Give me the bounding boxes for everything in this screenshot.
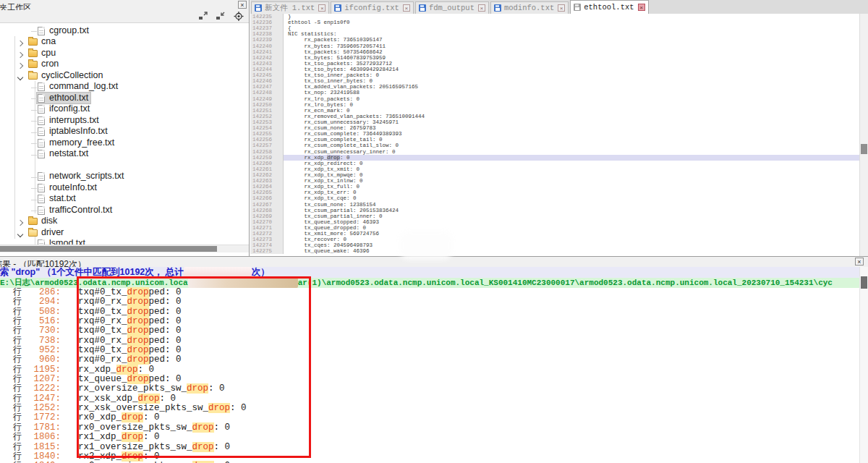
results-vertical-scrollbar[interactable] bbox=[859, 267, 868, 463]
tab-fdm_output[interactable]: fdm_output× bbox=[415, 1, 489, 14]
code-line-text: tx_xmit_more: 569724756 bbox=[288, 231, 859, 237]
search-result-row[interactable]: 行516:rxq#0_rx_dropped: 0 bbox=[0, 316, 859, 326]
tree-item-netstat-txt[interactable]: netstat.txt bbox=[0, 149, 249, 161]
result-line-text: rx_oversize_pkts_sw_drop: 0 bbox=[78, 384, 225, 394]
tab-ifconfig-txt[interactable]: ifconfig.txt× bbox=[331, 1, 414, 14]
tab-modinfo-txt[interactable]: modinfo.txt× bbox=[490, 1, 569, 14]
tree-item-ifconfig-txt[interactable]: ifconfig.txt bbox=[0, 104, 249, 116]
collapse-all-icon[interactable] bbox=[216, 12, 226, 21]
chevron-right-icon[interactable] bbox=[17, 63, 23, 69]
tree-item-routeInfo-txt[interactable]: routeInfo.txt bbox=[0, 182, 249, 194]
search-result-row[interactable]: 行1815:rx1_oversize_pkts_sw_drop: 0 bbox=[0, 442, 859, 451]
search-result-row[interactable]: 行1772:rx0_xdp_drop: 0 bbox=[0, 412, 859, 422]
row-label: 行 bbox=[13, 403, 23, 412]
result-line-number: 1840: bbox=[23, 452, 61, 462]
code-line: 142258 rx_csum_unnecessary_inner: 0 bbox=[250, 149, 859, 155]
search-result-row[interactable]: 行508:txq#0_tx_dropped: 0 bbox=[0, 307, 859, 316]
tree-item-label: memory_free.txt bbox=[49, 137, 114, 149]
chevron-down-icon[interactable] bbox=[17, 231, 23, 237]
locate-file-icon[interactable] bbox=[234, 12, 244, 21]
chevron-right-icon[interactable] bbox=[17, 51, 23, 57]
results-file-path[interactable]: E:\日志\armod0523.odata.ncmp.unicom.locaar… bbox=[0, 278, 859, 288]
file-icon bbox=[38, 184, 45, 192]
tab-ethtool-txt[interactable]: ethtool.txt× bbox=[570, 0, 648, 14]
censor-blur bbox=[188, 278, 298, 288]
close-tab-icon[interactable]: × bbox=[478, 4, 485, 12]
result-line-text: txq#0_tx_dropped: 0 bbox=[78, 346, 182, 355]
search-result-row[interactable]: 行1207:tx_queue_dropped: 0 bbox=[0, 374, 859, 383]
tree-item-cna[interactable]: cna bbox=[0, 37, 249, 48]
close-tab-icon[interactable]: × bbox=[558, 4, 565, 12]
tree-item-cron[interactable]: cron bbox=[0, 59, 249, 71]
code-view[interactable]: 142235}142236ethtool -S enp1s0f0142237{1… bbox=[250, 14, 859, 256]
tree-item-cyclicCollection[interactable]: cyclicCollection bbox=[0, 70, 249, 82]
tree-item-iptablesInfo-txt[interactable]: iptablesInfo.txt bbox=[0, 127, 249, 138]
row-label: 行 bbox=[13, 394, 23, 403]
tree-item-stat-txt[interactable]: stat.txt bbox=[0, 194, 249, 205]
search-result-row[interactable]: 行952:txq#0_tx_dropped: 0 bbox=[0, 345, 859, 354]
code-line: 142243 tx_tso_packets: 35272932712 bbox=[250, 61, 859, 67]
file-icon bbox=[38, 150, 45, 158]
close-tab-icon[interactable]: × bbox=[403, 4, 410, 12]
code-line: 142266 rx_xdp_tx_cqe: 0 bbox=[250, 195, 859, 201]
search-result-row[interactable]: 行1781:rx0_oversize_pkts_sw_drop: 0 bbox=[0, 422, 859, 432]
tree-item-disk[interactable]: disk bbox=[0, 216, 249, 228]
search-result-row[interactable]: 行1195:rx_xdp_drop: 0 bbox=[0, 365, 859, 374]
code-line: 142245 tx_tso_inner_packets: 0 bbox=[250, 72, 859, 78]
file-icon bbox=[38, 139, 45, 148]
file-icon bbox=[38, 195, 45, 203]
match-prefix: rxq#0_rx_ bbox=[78, 316, 127, 326]
search-result-row[interactable]: 行960:rxq#0_rx_dropped: 0 bbox=[0, 354, 859, 364]
close-icon[interactable]: × bbox=[855, 258, 864, 266]
line-number: 142237 bbox=[250, 25, 284, 31]
tree-item-cpu[interactable]: cpu bbox=[0, 48, 249, 59]
search-result-row[interactable]: 行730:txq#0_tx_dropped: 0 bbox=[0, 326, 859, 335]
code-line-text: tx_tso_inner_packets: 0 bbox=[288, 72, 859, 78]
tree-item-interrupts-txt[interactable]: interrupts.txt bbox=[0, 115, 249, 127]
search-result-row[interactable]: 行1252:rx_xsk_oversize_pkts_sw_drop: 0 bbox=[0, 403, 859, 412]
match-highlight: drop bbox=[127, 326, 149, 336]
line-number: 142245 bbox=[250, 72, 284, 78]
line-number: 142251 bbox=[250, 108, 284, 114]
result-line-number: 1815: bbox=[23, 443, 61, 452]
tab-label: fdm_output bbox=[429, 4, 475, 12]
result-line-number: 1252: bbox=[23, 404, 61, 413]
chevron-down-icon[interactable] bbox=[17, 74, 23, 80]
search-result-row[interactable]: 行1222:rx_oversize_pkts_sw_drop: 0 bbox=[0, 383, 859, 393]
editor-vertical-scrollbar[interactable] bbox=[859, 14, 868, 256]
tree-item-cgroup-txt[interactable]: cgroup.txt bbox=[0, 25, 249, 37]
search-result-row[interactable]: 行294:rxq#0_rx_dropped: 0 bbox=[0, 297, 859, 306]
chevron-right-icon[interactable] bbox=[17, 220, 23, 226]
search-result-row[interactable]: 行1840:rx2_xdp_drop: 0 bbox=[0, 451, 859, 461]
tree-item-command_log-txt[interactable]: command_log.txt bbox=[0, 82, 249, 93]
tree-item-trafficControl-txt[interactable]: trafficControl.txt bbox=[0, 205, 249, 216]
search-result-row[interactable]: 行1247:rx_xsk_xdp_drop: 0 bbox=[0, 394, 859, 403]
tree-horizontal-scrollbar[interactable] bbox=[0, 245, 249, 252]
match-prefix: txq#0_tx_ bbox=[78, 307, 127, 317]
close-tab-icon[interactable]: × bbox=[638, 4, 645, 11]
close-tab-icon[interactable]: × bbox=[318, 4, 326, 12]
tab--1-txt[interactable]: 新文件 1.txt× bbox=[251, 1, 329, 14]
chevron-right-icon[interactable] bbox=[17, 41, 23, 46]
code-line: 142236ethtool -S enp1s0f0 bbox=[250, 20, 859, 25]
match-highlight: drop bbox=[127, 316, 149, 326]
code-line-text: tx_cqes: 204596498793 bbox=[288, 242, 859, 248]
application-window: 文件夹工作区 × bbox=[0, 0, 868, 463]
search-result-row[interactable]: 行738:rxq#0_rx_dropped: 0 bbox=[0, 336, 859, 345]
close-icon[interactable]: × bbox=[238, 1, 247, 9]
tree-item-network_scripts-txt[interactable]: network_scripts.txt bbox=[0, 171, 249, 183]
tree-item-memory_free-txt[interactable]: memory_free.txt bbox=[0, 137, 249, 149]
code-line: 142255 rx_csum_complete: 736449389393 bbox=[250, 131, 859, 137]
code-line-text: rx_bytes: 735960572057411 bbox=[288, 43, 859, 49]
tree-item-label: cron bbox=[41, 59, 59, 70]
scrollbar-thumb[interactable] bbox=[861, 144, 867, 154]
scrollbar-thumb[interactable] bbox=[861, 276, 867, 289]
tree-item-driver[interactable]: driver bbox=[0, 227, 249, 239]
tree-item-ethtool-txt[interactable]: ethtool.txt bbox=[0, 93, 249, 104]
search-result-row[interactable]: 行1806:rx1_xdp_drop: 0 bbox=[0, 432, 859, 441]
code-line-text: rx_csum_complete_tail_slow: 0 bbox=[288, 143, 859, 148]
scrollbar-thumb[interactable] bbox=[0, 246, 217, 252]
expand-all-icon[interactable] bbox=[198, 12, 208, 21]
search-result-row[interactable]: 行286:txq#0_tx_dropped: 0 bbox=[0, 287, 859, 297]
save-icon bbox=[574, 4, 581, 11]
